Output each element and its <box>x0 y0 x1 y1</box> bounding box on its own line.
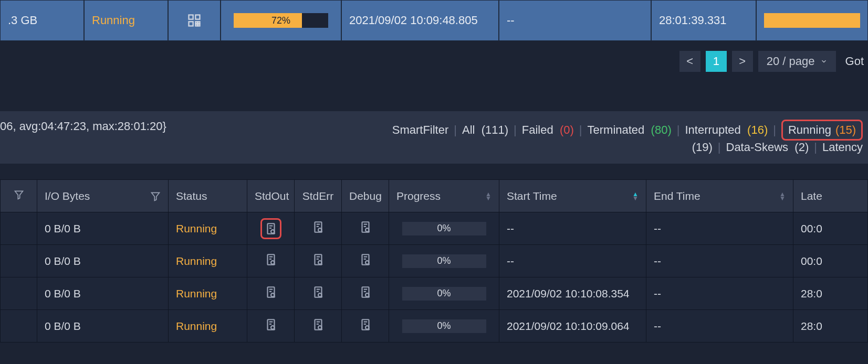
page-next-button[interactable]: > <box>732 51 753 72</box>
th-debug[interactable]: Debug <box>342 180 389 212</box>
svg-line-20 <box>368 231 369 232</box>
page-current-button[interactable]: 1 <box>706 51 727 72</box>
cell-io: 0 B/0 B <box>37 212 169 245</box>
sort-icon: ▲▼ <box>485 192 491 200</box>
separator: | <box>579 123 582 137</box>
th-progress[interactable]: Progress ▲▼ <box>389 180 499 212</box>
table-row[interactable]: 0 B/0 BRunning0%2021/09/02 10:10:09.064-… <box>1 310 868 342</box>
svg-point-43 <box>365 293 369 297</box>
th-status[interactable]: Status <box>169 180 247 212</box>
cell-io: 0 B/0 B <box>37 245 169 277</box>
stats-text: 06, avg:04:47:23, max:28:01:20} <box>0 120 166 133</box>
filter-all[interactable]: All (111) <box>462 123 508 137</box>
cell-debug[interactable] <box>342 310 389 342</box>
cell-progress: 0% <box>389 277 499 310</box>
table-row[interactable]: 0 B/0 BRunning0%----00:0 <box>1 212 868 245</box>
summary-progress-pct: 72% <box>271 15 290 26</box>
spacer <box>0 82 868 111</box>
cell-debug[interactable] <box>342 212 389 245</box>
th-start-time[interactable]: Start Time ▲▼ <box>499 180 646 212</box>
table-header-row: I/O Bytes Status StdOut StdErr Debug Pro… <box>1 180 868 212</box>
cell-progress: 0% <box>389 310 499 342</box>
svg-line-28 <box>321 264 322 265</box>
goto-label: Got <box>841 55 864 68</box>
table-row[interactable]: 0 B/0 BRunning0%----00:0 <box>1 245 868 277</box>
th-latency[interactable]: Late <box>793 180 868 212</box>
separator: | <box>773 123 776 137</box>
cell-latency: 00:0 <box>793 212 868 245</box>
cell-end: -- <box>646 310 793 342</box>
cell-latency: 00:0 <box>793 245 868 277</box>
cell-progress: 0% <box>389 212 499 245</box>
qr-cell[interactable] <box>168 0 221 41</box>
cell-debug[interactable] <box>342 245 389 277</box>
cell-progress: 0% <box>389 245 499 277</box>
filter-interrupted[interactable]: Interrupted (16) <box>685 123 768 137</box>
stdout-highlight <box>260 218 281 239</box>
summary-status-cell: Running <box>84 0 168 41</box>
th-io-bytes[interactable]: I/O Bytes <box>37 180 169 212</box>
cell-io: 0 B/0 B <box>37 277 169 310</box>
log-view-icon <box>264 318 278 331</box>
svg-rect-0 <box>189 15 193 19</box>
cell-stderr[interactable] <box>295 212 342 245</box>
cell-stderr[interactable] <box>295 310 342 342</box>
progress-bar: 0% <box>402 222 486 235</box>
page-prev-button[interactable]: < <box>679 51 700 72</box>
summary-end-cell: -- <box>499 0 651 41</box>
filter-extra-count[interactable]: (19) <box>692 141 713 154</box>
filter-terminated[interactable]: Terminated (80) <box>588 123 672 137</box>
cell-leading <box>1 245 37 277</box>
th-end-time[interactable]: End Time ▲▼ <box>646 180 793 212</box>
cell-debug[interactable] <box>342 277 389 310</box>
svg-point-23 <box>271 261 275 264</box>
th-filter-leading[interactable] <box>1 180 37 212</box>
summary-duration: 28:01:39.331 <box>659 14 726 27</box>
svg-rect-5 <box>195 24 197 26</box>
task-table: I/O Bytes Status StdOut StdErr Debug Pro… <box>0 179 868 342</box>
progress-bar: 0% <box>402 319 486 333</box>
filter-icon <box>150 191 161 201</box>
summary-end: -- <box>507 14 515 27</box>
log-view-icon <box>264 253 278 266</box>
filter-latency[interactable]: Latency <box>822 141 863 154</box>
cell-stdout[interactable] <box>247 245 295 277</box>
cell-end: -- <box>646 212 793 245</box>
cell-leading <box>1 212 37 245</box>
smartfilter-label[interactable]: SmartFilter <box>392 123 449 137</box>
cell-status: Running <box>169 310 247 342</box>
svg-point-35 <box>271 293 275 297</box>
filter-line-2: (19) | Data-Skews (2) | Latency <box>692 141 863 154</box>
log-view-icon <box>359 220 372 234</box>
svg-rect-4 <box>198 24 200 26</box>
svg-rect-6 <box>198 22 200 24</box>
summary-duration-cell: 28:01:39.331 <box>651 0 756 41</box>
cell-stdout[interactable] <box>247 277 295 310</box>
filter-data-skews[interactable]: Data-Skews (2) <box>726 141 809 154</box>
filter-running-highlight[interactable]: Running (15) <box>781 120 863 141</box>
pagination-bar: < 1 > 20 / page Got <box>0 41 868 82</box>
svg-line-44 <box>368 296 369 297</box>
cell-stdout[interactable] <box>247 212 295 245</box>
svg-line-16 <box>321 231 322 232</box>
log-view-icon <box>264 222 278 235</box>
separator: | <box>814 141 817 154</box>
log-view-icon <box>311 253 325 266</box>
svg-rect-3 <box>195 22 197 24</box>
svg-line-56 <box>368 329 369 330</box>
sort-icon: ▲▼ <box>632 192 639 200</box>
chevron-down-icon <box>820 58 828 65</box>
sort-icon: ▲▼ <box>779 192 786 200</box>
cell-stderr[interactable] <box>295 277 342 310</box>
log-view-icon <box>359 285 372 299</box>
page-size-select[interactable]: 20 / page <box>758 51 836 72</box>
th-stderr[interactable]: StdErr <box>295 180 342 212</box>
cell-stdout[interactable] <box>247 310 295 342</box>
filter-failed[interactable]: Failed (0) <box>522 123 574 137</box>
th-stdout[interactable]: StdOut <box>247 180 295 212</box>
filter-icon <box>14 189 24 200</box>
summary-progress-fill <box>234 13 302 28</box>
svg-point-15 <box>318 228 322 232</box>
table-row[interactable]: 0 B/0 BRunning0%2021/09/02 10:10:08.354-… <box>1 277 868 310</box>
cell-stderr[interactable] <box>295 245 342 277</box>
